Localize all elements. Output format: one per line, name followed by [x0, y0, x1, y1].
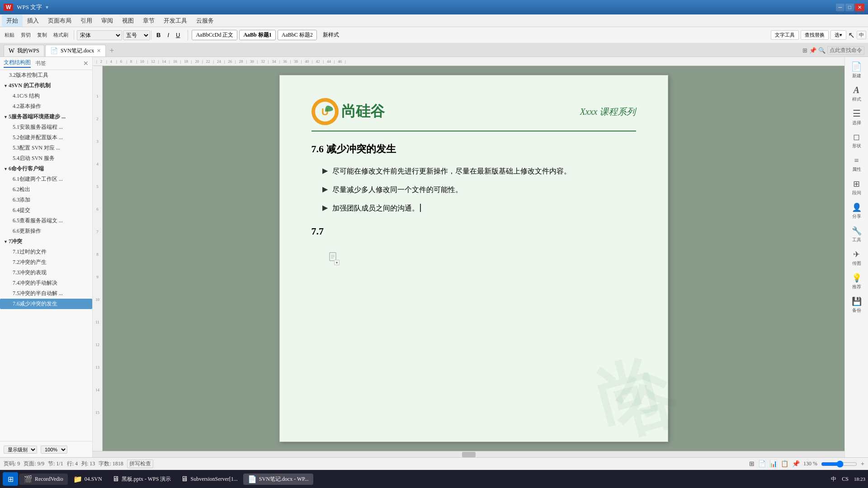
sidebar-tab-structure[interactable]: 文档结构图 [4, 59, 31, 68]
tab-svn-notes[interactable]: 📄 SVN笔记.docx ✕ [45, 45, 106, 56]
taskbar-start-button[interactable]: ⊞ [3, 472, 18, 486]
tab-search-label[interactable]: 点此查找命令 [827, 46, 864, 55]
tree-item-7[interactable]: ▼ 7冲突 [0, 236, 92, 247]
menu-page-layout[interactable]: 页面布局 [43, 15, 76, 27]
minimize-button[interactable]: ─ [836, 4, 845, 11]
tree-item-5[interactable]: ▼ 5服务器端环境搭建步 ... [0, 112, 92, 122]
rp-tool-button[interactable]: 🔧 工具 [847, 223, 867, 246]
menu-reference[interactable]: 引用 [76, 15, 97, 27]
find-replace-button[interactable]: 查找替换 [801, 30, 829, 40]
doc-scroll-area[interactable]: 1 2 3 4 5 6 7 8 9 10 11 12 13 14 15 [93, 66, 844, 451]
menu-view[interactable]: 视图 [118, 15, 138, 27]
spell-check-button[interactable]: 拼写检查 [127, 460, 153, 468]
format-paint-button[interactable]: 格式刷 [51, 30, 71, 40]
taskbar-item-svn[interactable]: 📁 04.SVN [69, 474, 107, 485]
maximize-button[interactable]: □ [845, 4, 854, 11]
tab-menu-icon[interactable]: ⊞ [802, 47, 807, 54]
h-scrollbar-thumb[interactable] [462, 452, 476, 457]
taskbar-item-blackboard[interactable]: 🖥 黑板.pptx - WPS 演示 [108, 474, 176, 484]
style-new[interactable]: 新样式 [319, 30, 343, 40]
taskbar-item-record[interactable]: 🎬 RecordVedio [19, 474, 68, 485]
tree-item-7-5[interactable]: 7.5冲突的半自动解 ... [0, 288, 92, 299]
paste-button[interactable]: 粘贴 [2, 30, 17, 40]
tree-item-4-1[interactable]: 4.1C/S 结构 [0, 91, 92, 101]
menu-start[interactable]: 开始 [2, 15, 23, 27]
rp-shape-button[interactable]: ◻ 形状 [847, 129, 867, 152]
select-button[interactable]: 选▾ [830, 30, 846, 40]
copy-button[interactable]: 复制 [34, 30, 50, 40]
zoom-in-button[interactable]: + [861, 460, 864, 468]
taskbar-item-subversion[interactable]: 🖥 SubversionServer[1... [176, 474, 242, 484]
font-size-select[interactable]: 五号 [123, 30, 150, 40]
underline-button[interactable]: U [173, 30, 183, 40]
sidebar-close-icon[interactable]: ✕ [83, 60, 89, 67]
record-icon: 🎬 [24, 475, 33, 483]
edit-dropdown-button[interactable]: ▾ [334, 260, 340, 265]
font-name-select[interactable]: 宋体 [77, 30, 122, 40]
tab-search-icon[interactable]: 🔍 [818, 47, 826, 54]
cut-button[interactable]: 剪切 [18, 30, 33, 40]
tree-item-7-3[interactable]: 7.3冲突的表现 [0, 267, 92, 278]
view-mode-1[interactable]: ⊞ [749, 460, 755, 468]
tree-item-6-1[interactable]: 6.1创建两个工作区 ... [0, 174, 92, 184]
menu-review[interactable]: 审阅 [97, 15, 118, 27]
tree-6-chevron: ▼ [4, 167, 8, 171]
taskbar-item-wps[interactable]: 📄 SVN笔记.docx - WP... [243, 474, 313, 485]
doc-page[interactable]: U 尚硅谷 Xxxx 课程系列 7.6 减少冲突的发生 [279, 75, 668, 442]
tree-item-7-6[interactable]: 7.6减少冲突的发生 [0, 299, 92, 309]
ruler-content: | 2 | 4 | 6 | 8 | 10 | 12 | 14 | 16 | 18… [96, 59, 348, 64]
pointer-icon[interactable]: ↖ [848, 30, 855, 40]
style-normal[interactable]: AaBbCcDd 正文 [192, 30, 237, 40]
tree-item-7-4[interactable]: 7.4冲突的手动解决 [0, 278, 92, 288]
menu-cloud[interactable]: 云服务 [192, 15, 218, 27]
sidebar-tab-bookmark[interactable]: 书签 [35, 60, 46, 67]
tree-item-6-3[interactable]: 6.3添加 [0, 195, 92, 205]
text-tool-button[interactable]: 文字工具 [771, 30, 799, 40]
tree-item-5-1[interactable]: 5.1安装服务器端程 ... [0, 122, 92, 132]
tab-add-button[interactable]: + [106, 45, 118, 56]
rp-select-button[interactable]: ☰ 选择 [847, 106, 867, 128]
rp-style-label: 样式 [852, 96, 861, 103]
view-mode-2[interactable]: 📄 [758, 460, 766, 468]
rp-style-button[interactable]: A 样式 [847, 82, 867, 105]
h-scrollbar[interactable] [93, 451, 844, 457]
close-button[interactable]: ✕ [855, 4, 864, 11]
tree-item-7-2[interactable]: 7.2冲突的产生 [0, 257, 92, 267]
view-mode-5[interactable]: 📌 [792, 460, 800, 468]
tree-item-7-1[interactable]: 7.1过时的文件 [0, 247, 92, 257]
bold-button[interactable]: B [153, 30, 164, 40]
rp-share-button[interactable]: 👤 分享 [847, 200, 867, 222]
tree-item-4-svn[interactable]: ▼ 4SVN 的工作机制 [0, 80, 92, 91]
tab-pin-icon[interactable]: 📌 [809, 47, 816, 54]
tree-item-3-2[interactable]: 3.2版本控制工具 [0, 70, 92, 80]
tree-item-6-5[interactable]: 6.5查看服务器端文 ... [0, 216, 92, 226]
tab-my-wps[interactable]: W 我的WPS [4, 45, 44, 56]
rp-send-button[interactable]: ✈ 传图 [847, 247, 867, 269]
tab-close-icon[interactable]: ✕ [97, 48, 101, 54]
tree-item-5-4[interactable]: 5.4启动 SVN 服务 [0, 153, 92, 164]
tree-item-6-6[interactable]: 6.6更新操作 [0, 226, 92, 236]
view-mode-4[interactable]: 📋 [781, 460, 788, 468]
view-level-select[interactable]: 显示级别 [4, 446, 37, 454]
zoom-slider[interactable] [821, 460, 857, 468]
rp-backup-button[interactable]: 💾 备份 [847, 294, 867, 316]
tree-item-4-2[interactable]: 4.2基本操作 [0, 101, 92, 112]
rp-props-button[interactable]: ≡ 属性 [847, 153, 867, 175]
italic-button[interactable]: I [164, 30, 172, 40]
tree-item-6-4[interactable]: 6.4提交 [0, 205, 92, 216]
zh-cn-button[interactable]: 中 [857, 31, 866, 39]
tree-item-5-3[interactable]: 5.3配置 SVN 对应 ... [0, 143, 92, 153]
zoom-select[interactable]: 100% [41, 446, 67, 454]
tree-item-5-2[interactable]: 5.2创建并配置版本 ... [0, 132, 92, 143]
menu-dev[interactable]: 开发工具 [159, 15, 192, 27]
style-h1[interactable]: AaBb 标题1 [239, 30, 275, 40]
rp-para-button[interactable]: ⊞ 段间 [847, 176, 867, 199]
rp-new-button[interactable]: 📄 新建 [847, 59, 867, 81]
tree-item-6-2[interactable]: 6.2检出 [0, 184, 92, 195]
rp-recommend-button[interactable]: 💡 推荐 [847, 270, 867, 293]
tree-item-6[interactable]: ▼ 6命令行客户端 [0, 164, 92, 174]
menu-chapter[interactable]: 章节 [138, 15, 159, 27]
style-h2[interactable]: AaBbC 标题2 [278, 30, 317, 40]
menu-insert[interactable]: 插入 [23, 15, 43, 27]
view-mode-3[interactable]: 📊 [769, 460, 777, 468]
